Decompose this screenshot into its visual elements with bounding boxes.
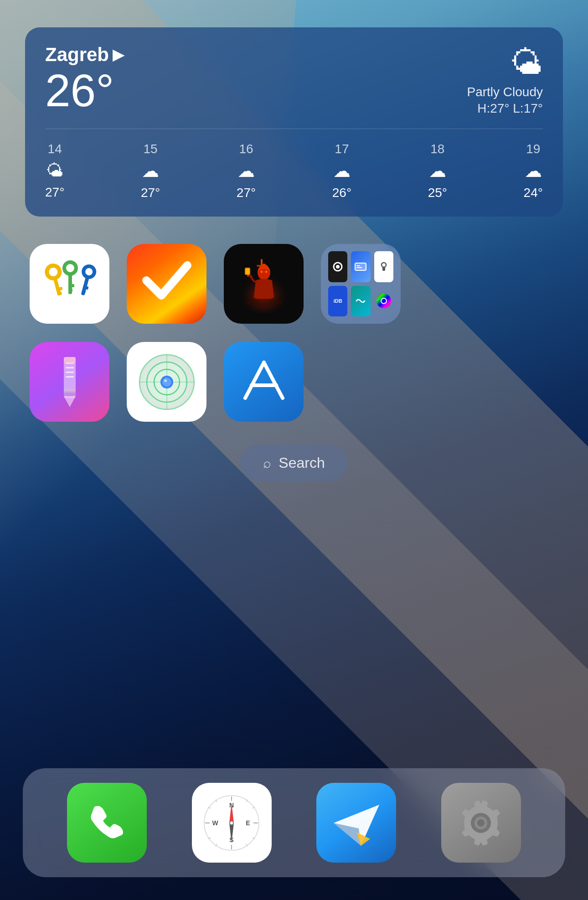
svg-point-0 — [45, 264, 61, 279]
altos-icon-content — [224, 244, 304, 324]
app-findmy[interactable] — [127, 342, 206, 422]
svg-rect-36 — [66, 372, 74, 373]
forecast-day-14: 14 🌤 27° — [45, 142, 64, 200]
app-grid: iDB — [30, 244, 401, 422]
search-label: Search — [279, 455, 325, 471]
svg-rect-39 — [64, 389, 76, 393]
search-bar[interactable]: ⌕ Search — [240, 445, 347, 481]
forecast-day-18: 18 ☁ 25° — [428, 142, 447, 200]
forecast-icon-19: ☁ — [525, 161, 542, 181]
forecast-date-18: 18 — [430, 142, 444, 156]
weather-condition-text: Partly Cloudy — [467, 85, 543, 99]
svg-point-8 — [82, 265, 95, 278]
weather-hilow: H:27° L:17° — [477, 101, 543, 116]
folder-mini-3 — [374, 251, 393, 282]
svg-rect-25 — [356, 265, 360, 266]
forecast-icon-18: ☁ — [429, 161, 446, 181]
weather-low: L:17° — [513, 101, 543, 115]
app-omnifocus[interactable] — [127, 244, 206, 324]
altos-figure-icon — [232, 248, 296, 321]
svg-point-29 — [377, 294, 391, 308]
svg-point-16 — [260, 270, 263, 273]
svg-point-48 — [164, 379, 167, 382]
forecast-date-16: 16 — [239, 142, 253, 156]
folder-mini-4: iDB — [328, 286, 347, 317]
forecast-date-17: 17 — [335, 142, 349, 156]
forecast-day-17: 17 ☁ 26° — [332, 142, 351, 200]
forecast-temp-19: 24° — [524, 186, 543, 200]
forecast-icon-15: ☁ — [142, 161, 159, 181]
weather-forecast: 14 🌤 27° 15 ☁ 27° 16 ☁ 27° 17 ☁ 26° — [45, 129, 543, 200]
weather-right: 🌤 Partly Cloudy H:27° L:17° — [467, 44, 543, 116]
svg-rect-6 — [68, 284, 74, 287]
forecast-icon-17: ☁ — [333, 161, 351, 181]
svg-point-47 — [162, 378, 171, 387]
weather-city: Zagreb — [45, 44, 109, 66]
svg-point-4 — [64, 262, 76, 274]
svg-rect-26 — [356, 267, 362, 268]
weather-top: Zagreb ▶ 26° 🌤 Partly Cloudy H:27° L:17° — [45, 44, 543, 116]
weather-location: Zagreb ▶ — [45, 44, 124, 66]
forecast-icon-16: ☁ — [237, 161, 255, 181]
location-arrow-icon: ▶ — [113, 46, 124, 63]
forecast-date-19: 19 — [526, 142, 540, 156]
search-icon: ⌕ — [263, 455, 271, 471]
svg-line-49 — [245, 362, 264, 398]
forecast-temp-14: 27° — [45, 185, 64, 200]
svg-rect-24 — [355, 263, 366, 270]
app-appstore[interactable] — [224, 342, 304, 422]
forecast-day-19: 19 ☁ 24° — [524, 142, 543, 200]
svg-rect-37 — [66, 376, 74, 378]
forecast-date-14: 14 — [48, 142, 62, 156]
folder-mini-2 — [351, 251, 370, 282]
folder-mini-6 — [374, 286, 393, 317]
svg-point-27 — [382, 263, 386, 267]
omnifocus-checkmark-icon — [139, 253, 194, 315]
svg-rect-20 — [246, 269, 249, 274]
forecast-date-15: 15 — [144, 142, 158, 156]
svg-point-21 — [246, 299, 282, 306]
svg-point-23 — [336, 265, 340, 269]
weather-left: Zagreb ▶ 26° — [45, 44, 124, 113]
weather-widget[interactable]: Zagreb ▶ 26° 🌤 Partly Cloudy H:27° L:17°… — [25, 27, 563, 217]
svg-marker-33 — [64, 396, 76, 407]
svg-point-17 — [265, 270, 267, 273]
empty-slot — [321, 342, 401, 422]
home-screen: Zagreb ▶ 26° 🌤 Partly Cloudy H:27° L:17°… — [0, 0, 588, 900]
forecast-temp-15: 27° — [141, 186, 160, 200]
forecast-temp-18: 25° — [428, 186, 447, 200]
findmy-icon — [135, 350, 199, 414]
weather-condition-icon: 🌤 — [510, 44, 543, 81]
svg-rect-35 — [66, 367, 74, 368]
svg-rect-38 — [64, 357, 76, 363]
app-altos-odyssey[interactable] — [224, 244, 304, 324]
appstore-icon — [239, 357, 289, 407]
pencil-icon — [45, 352, 95, 412]
app-passwords[interactable] — [30, 244, 109, 324]
folder-mini-1 — [328, 251, 347, 282]
forecast-day-15: 15 ☁ 27° — [141, 142, 160, 200]
svg-rect-7 — [68, 289, 72, 292]
forecast-temp-16: 27° — [237, 186, 256, 200]
folder-mini-5 — [351, 286, 370, 317]
weather-temperature: 26° — [45, 67, 124, 113]
svg-line-50 — [264, 362, 283, 398]
forecast-icon-14: 🌤 — [46, 161, 63, 181]
forecast-temp-17: 26° — [332, 186, 351, 200]
svg-rect-28 — [382, 267, 385, 271]
weather-high: H:27° — [477, 101, 509, 115]
passwords-icon — [40, 254, 99, 314]
forecast-day-16: 16 ☁ 27° — [237, 142, 256, 200]
app-folder[interactable]: iDB — [321, 244, 401, 324]
app-keewordz[interactable] — [30, 342, 109, 422]
